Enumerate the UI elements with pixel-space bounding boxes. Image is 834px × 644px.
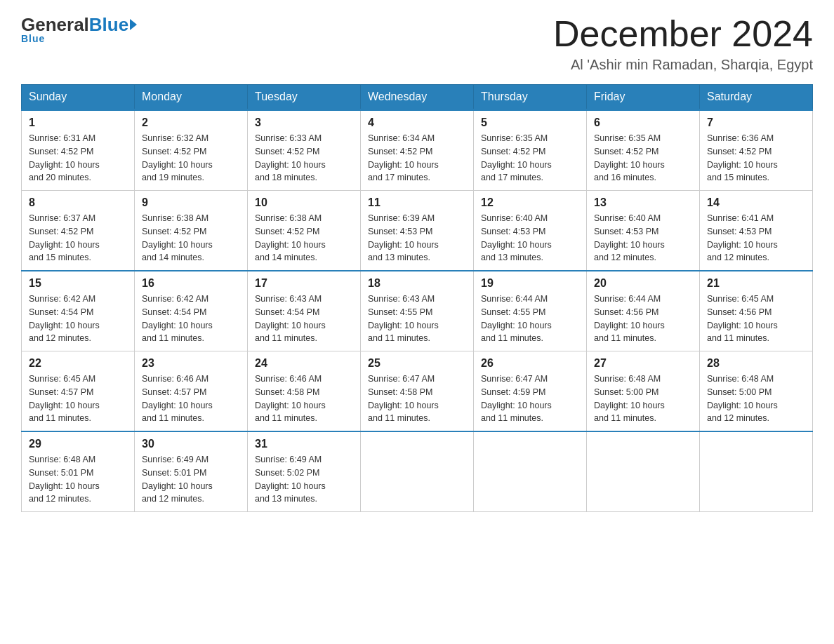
day-number: 31 [255, 438, 353, 450]
calendar-cell: 5 Sunrise: 6:35 AM Sunset: 4:52 PM Dayli… [474, 110, 587, 191]
day-info: Sunrise: 6:48 AM Sunset: 5:00 PM Dayligh… [594, 373, 692, 425]
calendar-week-row: 15 Sunrise: 6:42 AM Sunset: 4:54 PM Dayl… [22, 271, 813, 351]
day-number: 2 [142, 116, 240, 129]
day-number: 28 [707, 357, 805, 370]
logo-underline: Blue [21, 33, 45, 44]
day-info: Sunrise: 6:41 AM Sunset: 4:53 PM Dayligh… [707, 212, 805, 264]
day-number: 15 [29, 277, 127, 290]
day-of-week-header: Friday [587, 85, 700, 110]
day-number: 11 [368, 196, 466, 209]
day-of-week-header: Sunday [22, 85, 135, 110]
logo: General Blue Blue [21, 14, 137, 44]
day-of-week-header: Thursday [474, 85, 587, 110]
calendar-cell: 7 Sunrise: 6:36 AM Sunset: 4:52 PM Dayli… [700, 110, 813, 191]
day-info: Sunrise: 6:43 AM Sunset: 4:55 PM Dayligh… [368, 293, 466, 345]
day-number: 16 [142, 277, 240, 290]
calendar-cell: 30 Sunrise: 6:49 AM Sunset: 5:01 PM Dayl… [135, 431, 248, 512]
calendar-cell: 4 Sunrise: 6:34 AM Sunset: 4:52 PM Dayli… [361, 110, 474, 191]
calendar-cell: 10 Sunrise: 6:38 AM Sunset: 4:52 PM Dayl… [248, 191, 361, 271]
calendar-cell: 6 Sunrise: 6:35 AM Sunset: 4:52 PM Dayli… [587, 110, 700, 191]
day-info: Sunrise: 6:48 AM Sunset: 5:00 PM Dayligh… [707, 373, 805, 425]
day-info: Sunrise: 6:33 AM Sunset: 4:52 PM Dayligh… [255, 132, 353, 185]
calendar-cell [361, 431, 474, 512]
day-info: Sunrise: 6:46 AM Sunset: 4:57 PM Dayligh… [142, 373, 240, 425]
day-info: Sunrise: 6:44 AM Sunset: 4:56 PM Dayligh… [594, 293, 692, 345]
day-info: Sunrise: 6:35 AM Sunset: 4:52 PM Dayligh… [594, 132, 692, 185]
calendar-cell: 8 Sunrise: 6:37 AM Sunset: 4:52 PM Dayli… [22, 191, 135, 271]
calendar-cell [700, 431, 813, 512]
page-header: General Blue Blue December 2024 Al 'Ashi… [21, 14, 813, 73]
calendar-cell: 11 Sunrise: 6:39 AM Sunset: 4:53 PM Dayl… [361, 191, 474, 271]
day-number: 12 [481, 196, 579, 209]
day-info: Sunrise: 6:43 AM Sunset: 4:54 PM Dayligh… [255, 293, 353, 345]
calendar-cell: 31 Sunrise: 6:49 AM Sunset: 5:02 PM Dayl… [248, 431, 361, 512]
calendar-week-row: 29 Sunrise: 6:48 AM Sunset: 5:01 PM Dayl… [22, 431, 813, 512]
calendar-cell: 16 Sunrise: 6:42 AM Sunset: 4:54 PM Dayl… [135, 271, 248, 351]
calendar-cell: 21 Sunrise: 6:45 AM Sunset: 4:56 PM Dayl… [700, 271, 813, 351]
day-info: Sunrise: 6:38 AM Sunset: 4:52 PM Dayligh… [255, 212, 353, 264]
calendar-cell: 24 Sunrise: 6:46 AM Sunset: 4:58 PM Dayl… [248, 351, 361, 432]
day-number: 14 [707, 196, 805, 209]
day-number: 22 [29, 357, 127, 370]
day-info: Sunrise: 6:38 AM Sunset: 4:52 PM Dayligh… [142, 212, 240, 264]
day-info: Sunrise: 6:45 AM Sunset: 4:57 PM Dayligh… [29, 373, 127, 425]
month-title: December 2024 [553, 14, 813, 54]
day-number: 5 [481, 116, 579, 129]
day-info: Sunrise: 6:47 AM Sunset: 4:58 PM Dayligh… [368, 373, 466, 425]
day-info: Sunrise: 6:39 AM Sunset: 4:53 PM Dayligh… [368, 212, 466, 264]
logo-arrow-icon [130, 19, 137, 30]
day-number: 24 [255, 357, 353, 370]
day-info: Sunrise: 6:49 AM Sunset: 5:02 PM Dayligh… [255, 453, 353, 506]
calendar-cell: 29 Sunrise: 6:48 AM Sunset: 5:01 PM Dayl… [22, 431, 135, 512]
calendar-cell: 18 Sunrise: 6:43 AM Sunset: 4:55 PM Dayl… [361, 271, 474, 351]
title-block: December 2024 Al 'Ashir min Ramadan, Sha… [553, 14, 813, 73]
day-number: 1 [29, 116, 127, 129]
calendar-cell: 15 Sunrise: 6:42 AM Sunset: 4:54 PM Dayl… [22, 271, 135, 351]
day-number: 18 [368, 277, 466, 290]
day-info: Sunrise: 6:34 AM Sunset: 4:52 PM Dayligh… [368, 132, 466, 185]
day-info: Sunrise: 6:44 AM Sunset: 4:55 PM Dayligh… [481, 293, 579, 345]
day-info: Sunrise: 6:35 AM Sunset: 4:52 PM Dayligh… [481, 132, 579, 185]
day-info: Sunrise: 6:42 AM Sunset: 4:54 PM Dayligh… [142, 293, 240, 345]
calendar-cell: 13 Sunrise: 6:40 AM Sunset: 4:53 PM Dayl… [587, 191, 700, 271]
day-of-week-header: Monday [135, 85, 248, 110]
calendar-cell: 19 Sunrise: 6:44 AM Sunset: 4:55 PM Dayl… [474, 271, 587, 351]
calendar-cell: 25 Sunrise: 6:47 AM Sunset: 4:58 PM Dayl… [361, 351, 474, 432]
day-number: 21 [707, 277, 805, 290]
calendar-week-row: 8 Sunrise: 6:37 AM Sunset: 4:52 PM Dayli… [22, 191, 813, 271]
day-number: 9 [142, 196, 240, 209]
day-number: 17 [255, 277, 353, 290]
calendar-cell: 26 Sunrise: 6:47 AM Sunset: 4:59 PM Dayl… [474, 351, 587, 432]
calendar-cell: 23 Sunrise: 6:46 AM Sunset: 4:57 PM Dayl… [135, 351, 248, 432]
day-number: 30 [142, 438, 240, 450]
calendar-cell [474, 431, 587, 512]
day-info: Sunrise: 6:37 AM Sunset: 4:52 PM Dayligh… [29, 212, 127, 264]
day-info: Sunrise: 6:46 AM Sunset: 4:58 PM Dayligh… [255, 373, 353, 425]
day-number: 27 [594, 357, 692, 370]
day-info: Sunrise: 6:48 AM Sunset: 5:01 PM Dayligh… [29, 453, 127, 506]
calendar-cell: 27 Sunrise: 6:48 AM Sunset: 5:00 PM Dayl… [587, 351, 700, 432]
calendar-cell: 2 Sunrise: 6:32 AM Sunset: 4:52 PM Dayli… [135, 110, 248, 191]
day-number: 25 [368, 357, 466, 370]
location: Al 'Ashir min Ramadan, Sharqia, Egypt [553, 57, 813, 73]
day-number: 8 [29, 196, 127, 209]
day-info: Sunrise: 6:49 AM Sunset: 5:01 PM Dayligh… [142, 453, 240, 506]
calendar-cell: 1 Sunrise: 6:31 AM Sunset: 4:52 PM Dayli… [22, 110, 135, 191]
day-info: Sunrise: 6:40 AM Sunset: 4:53 PM Dayligh… [594, 212, 692, 264]
day-info: Sunrise: 6:32 AM Sunset: 4:52 PM Dayligh… [142, 132, 240, 185]
day-info: Sunrise: 6:42 AM Sunset: 4:54 PM Dayligh… [29, 293, 127, 345]
calendar-cell: 22 Sunrise: 6:45 AM Sunset: 4:57 PM Dayl… [22, 351, 135, 432]
calendar-cell [587, 431, 700, 512]
day-number: 20 [594, 277, 692, 290]
calendar-cell: 12 Sunrise: 6:40 AM Sunset: 4:53 PM Dayl… [474, 191, 587, 271]
day-info: Sunrise: 6:40 AM Sunset: 4:53 PM Dayligh… [481, 212, 579, 264]
day-info: Sunrise: 6:47 AM Sunset: 4:59 PM Dayligh… [481, 373, 579, 425]
day-number: 4 [368, 116, 466, 129]
logo-blue-text: Blue [89, 14, 128, 36]
calendar-header-row: SundayMondayTuesdayWednesdayThursdayFrid… [22, 85, 813, 110]
day-number: 3 [255, 116, 353, 129]
day-info: Sunrise: 6:36 AM Sunset: 4:52 PM Dayligh… [707, 132, 805, 185]
day-number: 23 [142, 357, 240, 370]
day-number: 6 [594, 116, 692, 129]
calendar-cell: 3 Sunrise: 6:33 AM Sunset: 4:52 PM Dayli… [248, 110, 361, 191]
